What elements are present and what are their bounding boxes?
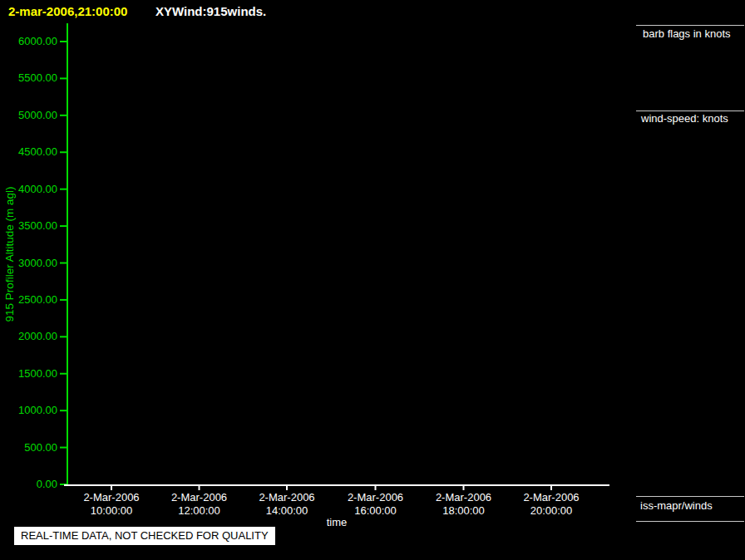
x-tick-time: 18:00:00: [442, 504, 485, 517]
x-tick-date: 2-Mar-2006: [348, 491, 403, 504]
y-tick-label: 4500.00: [18, 145, 57, 158]
y-tick-label: 1500.00: [18, 367, 57, 380]
legend-divider: [636, 111, 744, 111]
x-tick-time: 10:00:00: [91, 504, 133, 517]
x-tick-date: 2-Mar-2006: [83, 491, 139, 504]
x-tick-time: 20:00:00: [530, 504, 573, 517]
y-tick-label: 3500.00: [18, 219, 57, 232]
disclaimer-banner: REAL-TIME DATA, NOT CHECKED FOR QUALITY: [14, 527, 275, 545]
y-tick-label: 5500.00: [18, 71, 57, 84]
y-axis-title: 915 Profiler Altitude (m agl): [3, 187, 16, 322]
x-tick-time: 16:00:00: [354, 504, 397, 517]
y-tick-label: 3000.00: [18, 257, 57, 269]
y-tick-label: 2500.00: [18, 293, 57, 306]
y-tick-label: 2000.00: [18, 330, 57, 342]
y-tick-label: 500.00: [24, 441, 57, 454]
barb-legend-title: barb flags in knots: [643, 27, 731, 40]
x-tick-date: 2-Mar-2006: [523, 491, 579, 504]
y-tick-label: 4000.00: [18, 183, 57, 195]
footer-divider: [636, 496, 744, 497]
y-tick-label: 5000.00: [18, 109, 57, 121]
wind-profile-plot: 6000.005500.005000.004500.004000.003500.…: [0, 0, 636, 560]
x-tick-date: 2-Mar-2006: [171, 491, 227, 504]
x-tick-time: 12:00:00: [178, 504, 220, 517]
credit-label: iss-mapr/winds: [640, 499, 713, 512]
footer-divider: [636, 521, 744, 522]
x-axis-title: time: [327, 516, 348, 528]
legend-divider: [636, 25, 744, 26]
legend-panel: barb flags in knots wind-speed: knots is…: [636, 0, 745, 560]
y-tick-label: 1000.00: [18, 404, 57, 416]
color-scale-title: wind-speed: knots: [641, 112, 728, 125]
x-tick-time: 14:00:00: [266, 504, 308, 517]
y-tick-label: 0.00: [37, 478, 57, 490]
x-tick-date: 2-Mar-2006: [259, 491, 314, 504]
wind-profiler-window: 2-mar-2006,21:00:00 XYWind:915winds. 600…: [0, 0, 745, 560]
y-tick-label: 6000.00: [18, 35, 57, 47]
x-tick-date: 2-Mar-2006: [436, 491, 491, 504]
